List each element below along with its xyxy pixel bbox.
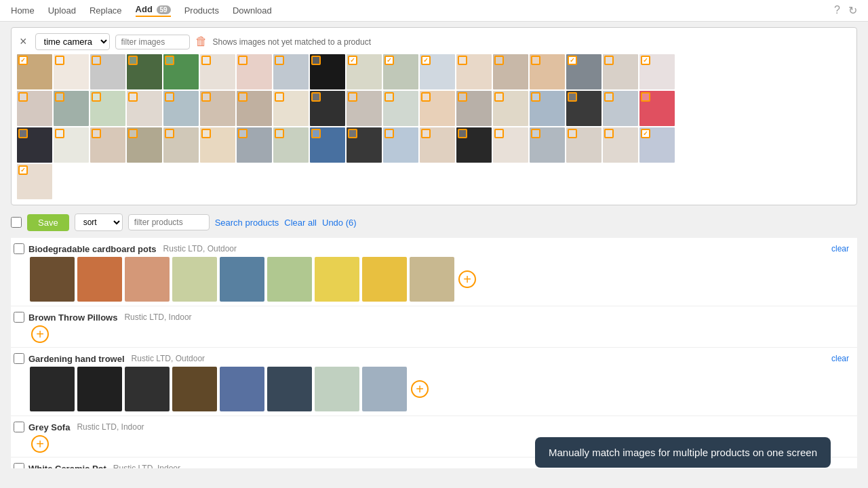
thumb-checkbox[interactable]: ✓ xyxy=(18,56,28,65)
trash-button[interactable]: 🗑 xyxy=(195,35,208,49)
product-image-thumb[interactable] xyxy=(125,367,170,411)
grid-thumb[interactable] xyxy=(237,91,272,126)
add-image-button[interactable]: + xyxy=(31,325,49,343)
product-checkbox[interactable] xyxy=(14,312,24,323)
thumb-checkbox[interactable] xyxy=(18,92,28,102)
grid-thumb[interactable] xyxy=(273,127,309,163)
product-image-thumb[interactable] xyxy=(410,257,454,302)
camera-select[interactable]: time camera xyxy=(35,33,110,50)
thumb-checkbox[interactable] xyxy=(458,92,467,102)
thumb-checkbox[interactable] xyxy=(128,56,138,65)
grid-thumb[interactable]: ✓ xyxy=(17,54,52,89)
grid-thumb[interactable] xyxy=(493,127,528,163)
grid-thumb[interactable] xyxy=(54,127,89,163)
grid-thumb[interactable] xyxy=(237,54,272,89)
grid-thumb[interactable] xyxy=(273,91,309,126)
thumb-checkbox[interactable] xyxy=(311,92,321,102)
nav-products[interactable]: Products xyxy=(184,5,219,16)
thumb-checkbox[interactable]: ✓ xyxy=(568,56,577,65)
help-icon[interactable]: ? xyxy=(834,4,840,17)
refresh-icon[interactable]: ↻ xyxy=(848,4,857,17)
grid-thumb[interactable] xyxy=(163,54,199,89)
grid-thumb[interactable] xyxy=(530,54,565,89)
thumb-checkbox[interactable] xyxy=(641,92,650,102)
thumb-checkbox[interactable] xyxy=(568,92,577,102)
thumb-checkbox[interactable] xyxy=(311,129,321,138)
grid-thumb[interactable] xyxy=(566,91,601,126)
product-image-thumb[interactable] xyxy=(267,257,312,302)
grid-thumb[interactable] xyxy=(530,91,565,126)
grid-thumb[interactable] xyxy=(456,127,492,163)
product-image-thumb[interactable] xyxy=(77,257,122,302)
clear-all-link[interactable]: Clear all xyxy=(284,218,317,228)
thumb-checkbox[interactable] xyxy=(568,129,577,138)
grid-thumb[interactable] xyxy=(347,91,382,126)
grid-thumb[interactable] xyxy=(383,91,418,126)
thumb-checkbox[interactable] xyxy=(494,56,504,65)
thumb-checkbox[interactable] xyxy=(238,129,248,138)
thumb-checkbox[interactable] xyxy=(92,56,101,65)
thumb-checkbox[interactable] xyxy=(92,92,101,102)
thumb-checkbox[interactable] xyxy=(92,129,101,138)
grid-thumb[interactable] xyxy=(456,91,492,126)
thumb-checkbox[interactable] xyxy=(604,92,614,102)
add-image-button[interactable]: + xyxy=(31,435,49,453)
grid-thumb[interactable] xyxy=(603,54,638,89)
grid-thumb[interactable] xyxy=(310,54,345,89)
thumb-checkbox[interactable] xyxy=(458,56,467,65)
product-image-thumb[interactable] xyxy=(315,367,359,411)
grid-thumb[interactable] xyxy=(493,91,528,126)
thumb-checkbox[interactable]: ✓ xyxy=(421,56,431,65)
thumb-checkbox[interactable] xyxy=(384,92,394,102)
grid-thumb[interactable] xyxy=(456,54,492,89)
grid-thumb[interactable] xyxy=(420,127,455,163)
thumb-checkbox[interactable] xyxy=(238,92,248,102)
grid-thumb[interactable] xyxy=(603,127,638,163)
grid-thumb[interactable] xyxy=(493,54,528,89)
product-image-thumb[interactable] xyxy=(172,367,217,411)
nav-add[interactable]: Add 59 xyxy=(136,4,171,17)
clear-product-link[interactable]: clear xyxy=(831,354,849,363)
product-image-thumb[interactable] xyxy=(267,367,312,411)
grid-thumb[interactable] xyxy=(200,91,235,126)
product-image-thumb[interactable] xyxy=(315,257,359,302)
thumb-checkbox[interactable] xyxy=(604,129,614,138)
grid-thumb[interactable] xyxy=(383,127,418,163)
thumb-checkbox[interactable]: ✓ xyxy=(348,56,357,65)
thumb-checkbox[interactable] xyxy=(165,129,174,138)
product-image-thumb[interactable] xyxy=(362,367,407,411)
thumb-checkbox[interactable] xyxy=(165,92,174,102)
thumb-checkbox[interactable] xyxy=(165,56,174,65)
thumb-checkbox[interactable] xyxy=(55,56,64,65)
grid-thumb[interactable]: ✓ xyxy=(347,54,382,89)
search-products-link[interactable]: Search products xyxy=(215,218,279,228)
thumb-checkbox[interactable] xyxy=(531,92,540,102)
nav-home[interactable]: Home xyxy=(11,5,35,16)
filter-images-input[interactable] xyxy=(115,35,190,49)
thumb-checkbox[interactable] xyxy=(421,92,431,102)
save-button[interactable]: Save xyxy=(27,214,69,231)
thumb-checkbox[interactable] xyxy=(384,129,394,138)
grid-thumb[interactable] xyxy=(90,127,125,163)
grid-thumb[interactable]: ✓ xyxy=(566,54,601,89)
thumb-checkbox[interactable] xyxy=(275,129,284,138)
grid-thumb[interactable] xyxy=(127,54,162,89)
thumb-checkbox[interactable] xyxy=(201,129,211,138)
grid-thumb[interactable] xyxy=(54,91,89,126)
grid-thumb[interactable]: ✓ xyxy=(420,54,455,89)
select-all-checkbox[interactable] xyxy=(11,217,22,228)
sort-select[interactable]: sort xyxy=(75,214,123,231)
thumb-checkbox[interactable] xyxy=(275,92,284,102)
grid-thumb[interactable] xyxy=(17,91,52,126)
thumb-checkbox[interactable]: ✓ xyxy=(384,56,394,65)
grid-thumb[interactable] xyxy=(237,127,272,163)
add-image-button[interactable]: + xyxy=(411,380,429,398)
grid-thumb[interactable] xyxy=(420,91,455,126)
grid-thumb[interactable] xyxy=(566,127,601,163)
thumb-checkbox[interactable] xyxy=(311,56,321,65)
grid-thumb[interactable] xyxy=(90,54,125,89)
nav-upload[interactable]: Upload xyxy=(48,5,76,16)
grid-thumb[interactable] xyxy=(347,127,382,163)
product-checkbox[interactable] xyxy=(14,243,24,254)
thumb-checkbox[interactable] xyxy=(348,129,357,138)
